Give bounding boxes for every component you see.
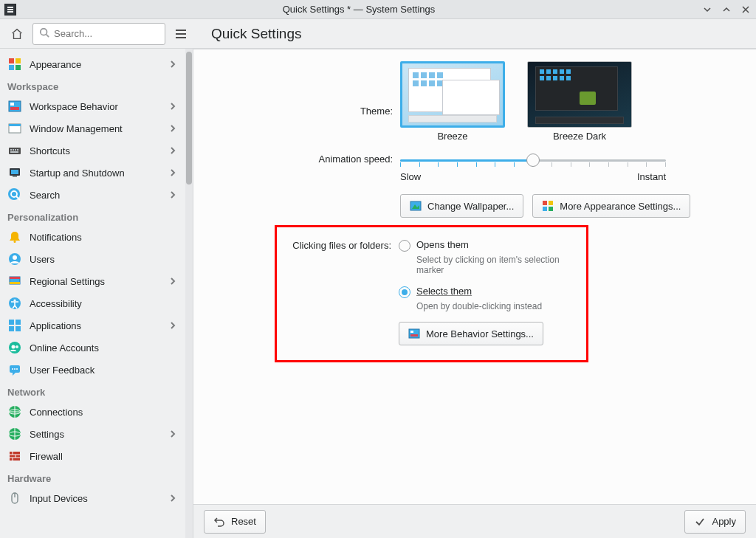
apply-label: Apply [712, 516, 736, 527]
svg-rect-5 [16, 58, 21, 63]
app-icon [4, 4, 16, 15]
svg-rect-36 [16, 326, 21, 331]
svg-rect-48 [10, 452, 20, 461]
svg-rect-34 [16, 320, 21, 325]
sidebar-item-firewall[interactable]: Firewall [0, 445, 185, 467]
window-management-icon [7, 121, 22, 136]
svg-rect-29 [10, 277, 20, 279]
animation-slider[interactable]: Slow Instant [400, 149, 666, 182]
maximize-button[interactable] [721, 4, 732, 15]
sidebar-item-online-accounts[interactable]: Online Accounts [0, 337, 185, 359]
svg-rect-30 [10, 282, 20, 284]
sidebar-item-connections[interactable]: Connections [0, 401, 185, 423]
sidebar-item-label: Startup and Shutdown [30, 168, 160, 179]
sidebar-item-label: Users [30, 254, 178, 265]
search-input[interactable] [54, 28, 178, 39]
svg-rect-21 [13, 176, 17, 177]
undo-icon [213, 516, 225, 528]
radio-opens-input[interactable] [399, 240, 410, 252]
svg-point-42 [14, 368, 16, 370]
search-box[interactable] [32, 23, 165, 45]
home-button[interactable] [6, 22, 28, 46]
change-wallpaper-button[interactable]: Change Wallpaper... [400, 194, 523, 218]
regional-icon [7, 274, 22, 289]
appearance-icon [7, 57, 22, 72]
more-behavior-button[interactable]: More Behavior Settings... [399, 322, 543, 345]
theme-options: Breeze Breeze Dark [400, 61, 734, 142]
svg-rect-57 [410, 331, 413, 333]
sidebar-group-header: Personalization [0, 206, 185, 226]
more-appearance-button[interactable]: More Appearance Settings... [532, 194, 690, 218]
svg-rect-16 [15, 149, 16, 151]
svg-rect-17 [17, 149, 18, 151]
behavior-icon [408, 328, 420, 339]
svg-rect-56 [409, 329, 419, 338]
reset-button[interactable]: Reset [204, 510, 266, 534]
notifications-icon [7, 230, 22, 244]
sidebar-item-accessibility[interactable]: Accessibility [0, 292, 185, 314]
svg-rect-20 [11, 170, 18, 174]
clicking-files-label: Clicking files or folders: [284, 239, 399, 345]
sidebar-item-regional[interactable]: Regional Settings [0, 270, 185, 292]
svg-rect-0 [7, 7, 13, 8]
svg-rect-14 [10, 149, 12, 151]
theme-breeze-dark-thumbnail [527, 61, 632, 128]
sidebar: AppearanceWorkspaceWorkspace BehaviorWin… [0, 49, 193, 538]
animation-label: Animation speed: [216, 149, 400, 165]
clicking-files-section: Clicking files or folders: Opens them Se… [275, 225, 588, 362]
page-title: Quick Settings [211, 26, 302, 42]
sidebar-item-label: Notifications [30, 232, 178, 243]
theme-row: Theme: Breeze [216, 61, 734, 142]
sidebar-scrollbar[interactable] [185, 49, 193, 538]
sidebar-item-search[interactable]: Search [0, 184, 185, 206]
sidebar-group-header: Network [0, 381, 185, 401]
sidebar-item-label: Input Devices [30, 493, 160, 504]
apply-button[interactable]: Apply [684, 510, 746, 534]
radio-selects-them[interactable]: Selects them [399, 286, 579, 298]
chevron-right-icon [168, 103, 178, 110]
svg-rect-13 [9, 148, 21, 154]
chevron-right-icon [168, 494, 178, 502]
menu-button[interactable] [170, 22, 192, 46]
svg-rect-12 [9, 124, 21, 126]
slider-handle[interactable] [526, 154, 540, 167]
check-icon [694, 516, 706, 528]
radio-opens-them[interactable]: Opens them [399, 239, 579, 252]
sidebar-item-workspace-behavior[interactable]: Workspace Behavior [0, 95, 185, 117]
svg-rect-18 [10, 151, 18, 153]
svg-rect-33 [9, 320, 14, 325]
startup-shutdown-icon [7, 165, 22, 180]
sidebar-item-users[interactable]: Users [0, 248, 185, 270]
online-accounts-icon [7, 340, 22, 355]
svg-rect-15 [13, 149, 14, 151]
sidebar-item-startup-shutdown[interactable]: Startup and Shutdown [0, 162, 185, 184]
sidebar-item-input-devices[interactable]: Input Devices [0, 487, 185, 509]
titlebar: Quick Settings * — System Settings [0, 0, 756, 19]
more-behavior-label: More Behavior Settings... [426, 328, 534, 339]
sidebar-item-label: User Feedback [30, 365, 178, 376]
sidebar-item-notifications[interactable]: Notifications [0, 226, 185, 248]
minimize-button[interactable] [701, 4, 713, 15]
slider-min-label: Slow [400, 171, 421, 182]
svg-rect-53 [549, 201, 553, 205]
sidebar-item-appearance[interactable]: Appearance [0, 53, 185, 75]
theme-breeze-label: Breeze [400, 131, 505, 142]
svg-rect-2 [7, 11, 13, 13]
users-icon [7, 252, 22, 266]
theme-breeze[interactable]: Breeze [400, 61, 505, 142]
scrollbar-thumb[interactable] [186, 52, 192, 184]
sidebar-item-window-management[interactable]: Window Management [0, 117, 185, 139]
theme-breeze-dark[interactable]: Breeze Dark [527, 61, 632, 142]
svg-rect-7 [16, 65, 21, 70]
close-button[interactable] [740, 4, 752, 15]
net-settings-icon [7, 427, 22, 441]
window: Quick Settings * — System Settings Quick… [0, 0, 756, 538]
sidebar-item-net-settings[interactable]: Settings [0, 423, 185, 445]
sidebar-item-user-feedback[interactable]: User Feedback [0, 359, 185, 381]
sidebar-item-shortcuts[interactable]: Shortcuts [0, 139, 185, 162]
svg-point-25 [14, 241, 16, 243]
sidebar-item-label: Search [30, 190, 160, 201]
sidebar-item-applications[interactable]: Applications [0, 314, 185, 337]
svg-point-43 [16, 368, 18, 370]
radio-selects-input[interactable] [399, 286, 410, 298]
